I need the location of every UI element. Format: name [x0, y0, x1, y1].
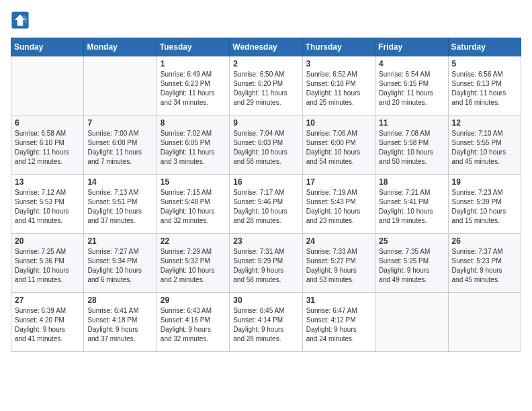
calendar-day-cell: 20Sunrise: 7:25 AM Sunset: 5:36 PM Dayli… [11, 234, 84, 293]
day-number: 27 [15, 295, 80, 305]
day-detail: Sunrise: 7:04 AM Sunset: 6:03 PM Dayligh… [233, 129, 298, 167]
day-number: 11 [379, 118, 444, 128]
calendar-day-cell: 1Sunrise: 6:49 AM Sunset: 6:23 PM Daylig… [157, 56, 229, 116]
calendar-day-cell: 29Sunrise: 6:43 AM Sunset: 4:16 PM Dayli… [157, 293, 229, 352]
day-number: 14 [87, 177, 152, 187]
calendar-day-cell: 12Sunrise: 7:10 AM Sunset: 5:55 PM Dayli… [448, 116, 521, 175]
day-detail: Sunrise: 7:29 AM Sunset: 5:32 PM Dayligh… [161, 247, 226, 285]
day-detail: Sunrise: 6:50 AM Sunset: 6:20 PM Dayligh… [233, 70, 298, 107]
calendar-day-cell: 14Sunrise: 7:13 AM Sunset: 5:51 PM Dayli… [84, 175, 157, 234]
calendar-day-cell: 23Sunrise: 7:31 AM Sunset: 5:29 PM Dayli… [230, 234, 302, 293]
calendar-day-cell [11, 56, 84, 116]
day-detail: Sunrise: 7:15 AM Sunset: 5:48 PM Dayligh… [161, 188, 226, 226]
day-detail: Sunrise: 7:08 AM Sunset: 5:58 PM Dayligh… [379, 129, 444, 167]
weekday-header: Thursday [302, 38, 375, 56]
calendar-week-row: 20Sunrise: 7:25 AM Sunset: 5:36 PM Dayli… [11, 234, 521, 293]
calendar-day-cell: 30Sunrise: 6:45 AM Sunset: 4:14 PM Dayli… [230, 293, 302, 352]
calendar-day-cell: 19Sunrise: 7:23 AM Sunset: 5:39 PM Dayli… [448, 175, 521, 234]
day-number: 17 [306, 177, 371, 187]
day-number: 15 [161, 177, 226, 187]
calendar-day-cell [375, 293, 448, 352]
weekday-header: Saturday [448, 38, 521, 56]
day-detail: Sunrise: 7:19 AM Sunset: 5:43 PM Dayligh… [306, 188, 371, 226]
day-detail: Sunrise: 7:17 AM Sunset: 5:46 PM Dayligh… [233, 188, 298, 226]
day-number: 5 [452, 59, 517, 68]
day-number: 21 [87, 236, 152, 246]
calendar-day-cell: 18Sunrise: 7:21 AM Sunset: 5:41 PM Dayli… [375, 175, 448, 234]
day-number: 18 [379, 177, 444, 187]
calendar-day-cell: 5Sunrise: 6:56 AM Sunset: 6:13 PM Daylig… [448, 56, 521, 116]
day-number: 19 [452, 177, 517, 187]
calendar-day-cell: 26Sunrise: 7:37 AM Sunset: 5:23 PM Dayli… [448, 234, 521, 293]
day-number: 6 [15, 118, 80, 128]
day-number: 30 [233, 295, 298, 305]
day-detail: Sunrise: 7:12 AM Sunset: 5:53 PM Dayligh… [15, 188, 80, 226]
logo-icon [11, 11, 30, 30]
day-number: 24 [306, 236, 371, 246]
day-detail: Sunrise: 7:10 AM Sunset: 5:55 PM Dayligh… [452, 129, 517, 167]
calendar-week-row: 1Sunrise: 6:49 AM Sunset: 6:23 PM Daylig… [11, 56, 521, 116]
weekday-header: Tuesday [157, 38, 229, 56]
calendar-day-cell: 15Sunrise: 7:15 AM Sunset: 5:48 PM Dayli… [157, 175, 229, 234]
weekday-header: Wednesday [230, 38, 302, 56]
calendar-week-row: 27Sunrise: 6:39 AM Sunset: 4:20 PM Dayli… [11, 293, 521, 352]
calendar-day-cell: 24Sunrise: 7:33 AM Sunset: 5:27 PM Dayli… [302, 234, 375, 293]
day-detail: Sunrise: 7:02 AM Sunset: 6:05 PM Dayligh… [161, 129, 226, 167]
day-number: 31 [306, 295, 371, 305]
day-detail: Sunrise: 7:33 AM Sunset: 5:27 PM Dayligh… [306, 247, 371, 285]
day-detail: Sunrise: 6:54 AM Sunset: 6:15 PM Dayligh… [379, 70, 444, 107]
calendar-day-cell: 21Sunrise: 7:27 AM Sunset: 5:34 PM Dayli… [84, 234, 157, 293]
day-number: 8 [161, 118, 226, 128]
calendar-week-row: 6Sunrise: 6:58 AM Sunset: 6:10 PM Daylig… [11, 116, 521, 175]
calendar-day-cell: 4Sunrise: 6:54 AM Sunset: 6:15 PM Daylig… [375, 56, 448, 116]
day-detail: Sunrise: 7:21 AM Sunset: 5:41 PM Dayligh… [379, 188, 444, 226]
calendar-day-cell: 8Sunrise: 7:02 AM Sunset: 6:05 PM Daylig… [157, 116, 229, 175]
day-number: 4 [379, 59, 444, 68]
day-number: 9 [233, 118, 298, 128]
day-detail: Sunrise: 7:13 AM Sunset: 5:51 PM Dayligh… [87, 188, 152, 226]
calendar-day-cell: 17Sunrise: 7:19 AM Sunset: 5:43 PM Dayli… [302, 175, 375, 234]
day-detail: Sunrise: 7:00 AM Sunset: 6:08 PM Dayligh… [87, 129, 152, 167]
day-number: 28 [87, 295, 152, 305]
day-detail: Sunrise: 7:35 AM Sunset: 5:25 PM Dayligh… [379, 247, 444, 285]
calendar-day-cell [84, 56, 157, 116]
day-number: 2 [233, 59, 298, 68]
calendar-day-cell: 13Sunrise: 7:12 AM Sunset: 5:53 PM Dayli… [11, 175, 84, 234]
calendar-day-cell: 22Sunrise: 7:29 AM Sunset: 5:32 PM Dayli… [157, 234, 229, 293]
weekday-header: Friday [375, 38, 448, 56]
calendar-day-cell: 11Sunrise: 7:08 AM Sunset: 5:58 PM Dayli… [375, 116, 448, 175]
day-number: 26 [452, 236, 517, 246]
day-number: 10 [306, 118, 371, 128]
calendar-table: SundayMondayTuesdayWednesdayThursdayFrid… [11, 38, 521, 352]
day-detail: Sunrise: 7:37 AM Sunset: 5:23 PM Dayligh… [452, 247, 517, 285]
calendar-day-cell: 25Sunrise: 7:35 AM Sunset: 5:25 PM Dayli… [375, 234, 448, 293]
day-detail: Sunrise: 6:39 AM Sunset: 4:20 PM Dayligh… [15, 306, 80, 344]
day-detail: Sunrise: 7:31 AM Sunset: 5:29 PM Dayligh… [233, 247, 298, 285]
calendar-day-cell: 9Sunrise: 7:04 AM Sunset: 6:03 PM Daylig… [230, 116, 302, 175]
calendar-day-cell: 7Sunrise: 7:00 AM Sunset: 6:08 PM Daylig… [84, 116, 157, 175]
weekday-header-row: SundayMondayTuesdayWednesdayThursdayFrid… [11, 38, 521, 56]
page-header [11, 11, 521, 30]
day-detail: Sunrise: 6:47 AM Sunset: 4:12 PM Dayligh… [306, 306, 371, 344]
calendar-week-row: 13Sunrise: 7:12 AM Sunset: 5:53 PM Dayli… [11, 175, 521, 234]
day-detail: Sunrise: 7:06 AM Sunset: 6:00 PM Dayligh… [306, 129, 371, 167]
day-number: 13 [15, 177, 80, 187]
day-detail: Sunrise: 6:52 AM Sunset: 6:18 PM Dayligh… [306, 70, 371, 107]
day-number: 20 [15, 236, 80, 246]
day-number: 22 [161, 236, 226, 246]
day-number: 23 [233, 236, 298, 246]
calendar-day-cell: 3Sunrise: 6:52 AM Sunset: 6:18 PM Daylig… [302, 56, 375, 116]
day-detail: Sunrise: 6:43 AM Sunset: 4:16 PM Dayligh… [161, 306, 226, 344]
day-detail: Sunrise: 6:45 AM Sunset: 4:14 PM Dayligh… [233, 306, 298, 344]
day-number: 3 [306, 59, 371, 68]
day-detail: Sunrise: 6:41 AM Sunset: 4:18 PM Dayligh… [87, 306, 152, 344]
day-detail: Sunrise: 7:25 AM Sunset: 5:36 PM Dayligh… [15, 247, 80, 285]
day-detail: Sunrise: 6:58 AM Sunset: 6:10 PM Dayligh… [15, 129, 80, 167]
weekday-header: Monday [84, 38, 157, 56]
day-number: 12 [452, 118, 517, 128]
calendar-day-cell: 27Sunrise: 6:39 AM Sunset: 4:20 PM Dayli… [11, 293, 84, 352]
weekday-header: Sunday [11, 38, 84, 56]
day-number: 29 [161, 295, 226, 305]
calendar-day-cell [448, 293, 521, 352]
calendar-day-cell: 16Sunrise: 7:17 AM Sunset: 5:46 PM Dayli… [230, 175, 302, 234]
